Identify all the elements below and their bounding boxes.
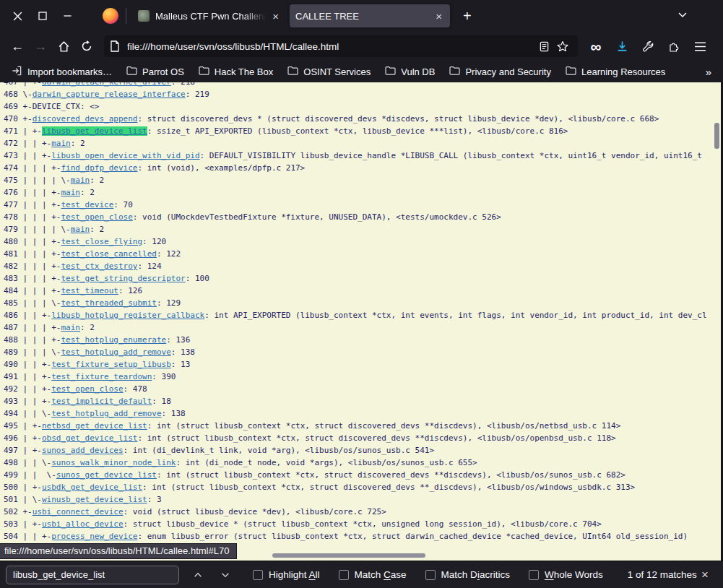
bookmark-label: Parrot OS — [142, 66, 184, 77]
function-link[interactable]: usbi_connect_device — [33, 507, 124, 516]
function-link[interactable]: usbdk_get_device_list — [42, 483, 142, 492]
url-text[interactable]: file:///home/user/svn/oss/libusb/HTML/ca… — [127, 41, 534, 52]
window-maximize-icon[interactable] — [38, 12, 47, 20]
checkbox[interactable] — [339, 570, 349, 580]
function-link[interactable]: darwin_attach_kernel_driver — [42, 82, 171, 87]
checkbox[interactable] — [425, 570, 436, 580]
function-link[interactable]: sunos_get_device_list — [56, 470, 157, 480]
bookmark-star-icon[interactable] — [553, 40, 572, 52]
function-link[interactable]: sunos_add_devices — [42, 446, 124, 455]
function-link[interactable]: main — [71, 176, 90, 185]
menu-hamburger-icon[interactable] — [689, 35, 711, 57]
back-icon[interactable]: ← — [6, 35, 29, 57]
infinity-extension-icon[interactable]: ∞ — [585, 35, 607, 57]
find-close-icon[interactable]: × — [697, 566, 713, 584]
signature-text: : 120 — [142, 237, 166, 246]
function-link-highlighted[interactable]: libusb_get_device_list — [42, 126, 147, 136]
folder-icon — [199, 66, 209, 77]
function-link[interactable]: test_fixture_teardown — [51, 372, 152, 381]
line-number: 492 — [4, 384, 23, 394]
tree-branch: | | +- — [23, 372, 52, 381]
function-link[interactable]: test_close_cancelled — [61, 249, 156, 259]
extensions-puzzle-icon[interactable] — [663, 35, 685, 57]
bookmark-item-hack-the-box[interactable]: Hack The Box — [194, 64, 277, 79]
function-link[interactable]: test_get_string_descriptor — [61, 274, 185, 283]
signature-text: : 478 — [124, 384, 147, 394]
function-link[interactable]: test_ctx_destroy — [61, 261, 137, 271]
bookmark-item-import-bookmarks[interactable]: Import bookmarks… — [7, 64, 116, 80]
tree-branch: | +- — [23, 433, 43, 443]
horizontal-scrollbar-thumb[interactable] — [272, 553, 425, 558]
callee-tree: 467 | +-darwin_attach_kernel_driver: 218… — [0, 82, 723, 542]
tab-callee-tree[interactable]: CALLEE TREE × — [290, 4, 450, 27]
function-link[interactable]: darwin_capture_release_interface — [33, 90, 186, 99]
vertical-scrollbar-thumb[interactable] — [714, 123, 719, 149]
find-option-highlight-all[interactable]: Highlight All — [253, 569, 320, 580]
function-link[interactable]: test_implicit_default — [51, 397, 152, 406]
tab-close-icon[interactable]: × — [433, 10, 444, 22]
line-number: 477 — [4, 200, 23, 209]
import-icon — [12, 66, 22, 78]
function-link[interactable]: test_close_flying — [61, 237, 142, 246]
home-icon[interactable] — [52, 35, 75, 57]
function-link[interactable]: main — [51, 139, 71, 148]
function-link[interactable]: test_hotplug_add_remove — [51, 409, 161, 418]
new-tab-button[interactable]: + — [456, 7, 479, 26]
function-link[interactable]: test_fixture_setup_libusb — [51, 360, 171, 369]
bookmark-item-learning-resources[interactable]: Learning Resources — [561, 64, 670, 79]
url-bar[interactable]: file:///home/user/svn/oss/libusb/HTML/ca… — [104, 35, 578, 57]
downloads-icon[interactable] — [611, 35, 633, 57]
function-link[interactable]: process_new_device — [51, 532, 137, 541]
find-next-chevron-icon[interactable] — [214, 564, 237, 586]
tree-branch: | \- — [23, 495, 43, 504]
function-link[interactable]: test_hotplug_enumerate — [61, 335, 166, 345]
reload-icon[interactable] — [75, 35, 98, 57]
tree-branch: | | +- — [23, 139, 52, 148]
find-option-whole-words[interactable]: Whole Words — [529, 569, 603, 580]
window-minimize-icon[interactable] — [63, 12, 72, 20]
line-number: 499 — [4, 470, 23, 480]
bookmark-item-osint-services[interactable]: OSINT Services — [283, 64, 375, 79]
forward-icon[interactable]: → — [29, 35, 52, 57]
function-link[interactable]: find_dpfp_device — [61, 163, 137, 173]
tree-line: 475 | | | | \-main: 2 — [4, 174, 723, 186]
wrench-extension-icon[interactable] — [637, 35, 659, 57]
function-link[interactable]: usbi_alloc_device — [42, 519, 124, 529]
tab-malleus-ctf[interactable]: Malleus CTF Pwn Challeng × — [132, 4, 287, 27]
function-link[interactable]: test_hotplug_add_remove — [61, 347, 170, 357]
find-option-match-diacritics[interactable]: Match Diacritics — [425, 569, 510, 580]
bookmark-item-parrot-os[interactable]: Parrot OS — [122, 64, 189, 79]
function-link[interactable]: libusb_open_device_with_vid_pid — [51, 151, 199, 160]
function-link[interactable]: test_timeout — [61, 286, 118, 295]
line-number: 481 — [4, 249, 23, 259]
window-close-icon[interactable] — [13, 12, 22, 21]
bookmark-item-privacy-and-security[interactable]: Privacy and Security — [445, 64, 555, 79]
signature-text: : struct discovered_devs * (struct disco… — [137, 114, 659, 124]
find-option-label: Whole Words — [545, 569, 603, 580]
function-link[interactable]: test_open_close — [61, 212, 132, 222]
function-link[interactable]: main — [61, 323, 80, 332]
function-link[interactable]: discovered_devs_append — [33, 114, 138, 124]
list-all-tabs-chevron-icon[interactable] — [677, 9, 688, 23]
bookmark-label: OSINT Services — [303, 66, 371, 77]
function-link[interactable]: test_threaded_submit — [61, 298, 156, 308]
tab-close-icon[interactable]: × — [270, 10, 281, 22]
function-link[interactable]: winusb_get_device_list — [42, 495, 147, 504]
checkbox[interactable] — [529, 570, 539, 580]
function-link[interactable]: test_device — [61, 200, 113, 209]
bookmark-item-vuln-db[interactable]: Vuln DB — [381, 64, 439, 79]
function-link[interactable]: libusb_hotplug_register_callback — [51, 311, 204, 320]
function-link[interactable]: netbsd_get_device_list — [42, 421, 147, 431]
function-link[interactable]: obsd_get_device_list — [42, 433, 137, 443]
function-link[interactable]: sunos_walk_minor_node_link — [51, 458, 176, 467]
function-link[interactable]: main — [61, 188, 80, 197]
tree-line: 476 | | | +-main: 2 — [4, 186, 723, 199]
find-previous-chevron-icon[interactable] — [186, 564, 209, 586]
find-input[interactable] — [6, 566, 179, 584]
bookmarks-overflow-chevron-icon[interactable]: » — [706, 66, 711, 78]
find-option-match-case[interactable]: Match Case — [339, 569, 407, 580]
reader-mode-icon[interactable] — [534, 41, 553, 52]
function-link[interactable]: test_open_close — [51, 384, 123, 394]
function-link[interactable]: main — [71, 225, 90, 234]
checkbox[interactable] — [253, 570, 263, 580]
